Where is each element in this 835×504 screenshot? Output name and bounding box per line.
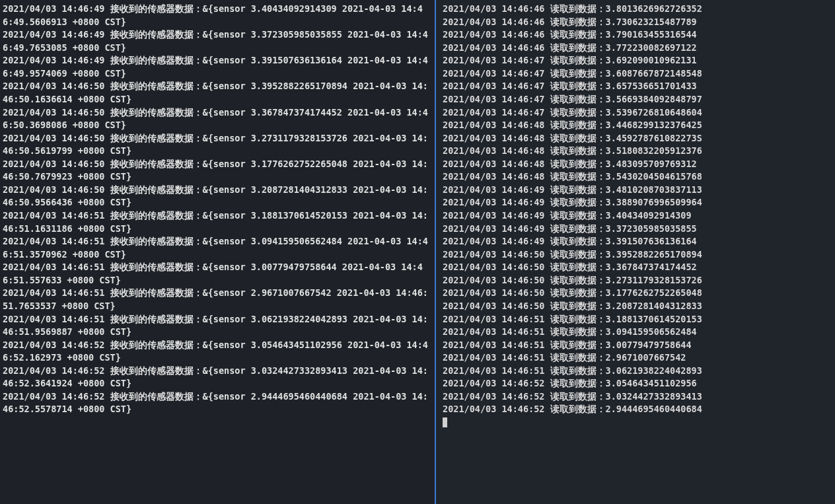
- log-line: 2021/04/03 14:46:48 读取到数据：3.543020450461…: [443, 170, 831, 184]
- log-line: 2021/04/03 14:46:47 读取到数据：3.657536651701…: [443, 80, 831, 93]
- log-line: 2021/04/03 14:46:50 接收到的传感器数据：&{sensor 3…: [3, 158, 431, 184]
- log-line: 2021/04/03 14:46:49 接收到的传感器数据：&{sensor 3…: [3, 54, 431, 80]
- log-line: 2021/04/03 14:46:51 接收到的传感器数据：&{sensor 3…: [3, 209, 431, 235]
- log-line: 2021/04/03 14:46:49 读取到数据：3.481020870383…: [443, 184, 831, 197]
- log-line: 2021/04/03 14:46:52 读取到数据：2.944469546044…: [443, 403, 831, 416]
- log-line: 2021/04/03 14:46:47 读取到数据：3.566938409284…: [443, 93, 831, 106]
- log-line: 2021/04/03 14:46:49 接收到的传感器数据：&{sensor 3…: [3, 28, 431, 54]
- log-line: 2021/04/03 14:46:51 接收到的传感器数据：&{sensor 3…: [3, 235, 431, 261]
- log-line: 2021/04/03 14:46:48 读取到数据：3.446829913237…: [443, 119, 831, 132]
- log-line: 2021/04/03 14:46:47 读取到数据：3.692090010962…: [443, 54, 831, 67]
- log-line: 2021/04/03 14:46:51 接收到的传感器数据：&{sensor 2…: [3, 287, 431, 312]
- log-line: 2021/04/03 14:46:50 读取到数据：3.273117932815…: [443, 274, 831, 287]
- log-line: 2021/04/03 14:46:46 读取到数据：3.772230082697…: [443, 42, 831, 55]
- log-line: 2021/04/03 14:46:49 读取到数据：3.388907699650…: [443, 196, 831, 209]
- log-line: 2021/04/03 14:46:51 读取到数据：2.967100766754…: [443, 351, 831, 365]
- log-line: 2021/04/03 14:46:52 接收到的传感器数据：&{sensor 2…: [3, 390, 431, 416]
- log-line: 2021/04/03 14:46:46 读取到数据：3.730623215487…: [443, 16, 831, 29]
- log-line: 2021/04/03 14:46:46 读取到数据：3.790163455316…: [443, 28, 831, 42]
- log-line: 2021/04/03 14:46:50 读取到数据：3.395288226517…: [443, 248, 831, 262]
- log-line: 2021/04/03 14:46:47 读取到数据：3.539672681064…: [443, 106, 831, 120]
- log-line: 2021/04/03 14:46:50 接收到的传感器数据：&{sensor 3…: [3, 106, 431, 132]
- terminal-pane-left[interactable]: 2021/04/03 14:46:49 接收到的传感器数据：&{sensor 3…: [0, 0, 436, 504]
- log-line: 2021/04/03 14:46:48 读取到数据：3.518083220591…: [443, 145, 831, 158]
- log-line: 2021/04/03 14:46:52 读取到数据：3.054643451102…: [443, 377, 831, 390]
- log-line: 2021/04/03 14:46:51 接收到的传感器数据：&{sensor 3…: [3, 261, 431, 287]
- log-line: 2021/04/03 14:46:50 读取到数据：3.208728140431…: [443, 300, 831, 313]
- log-line: 2021/04/03 14:46:47 读取到数据：3.608766787214…: [443, 67, 831, 81]
- log-line: 2021/04/03 14:46:50 接收到的传感器数据：&{sensor 3…: [3, 184, 431, 209]
- log-line: 2021/04/03 14:46:51 读取到数据：3.094159506562…: [443, 326, 831, 339]
- log-line: 2021/04/03 14:46:52 接收到的传感器数据：&{sensor 3…: [3, 339, 431, 365]
- log-line: 2021/04/03 14:46:51 接收到的传感器数据：&{sensor 3…: [3, 313, 431, 339]
- log-line: 2021/04/03 14:46:51 读取到数据：3.188137061452…: [443, 313, 831, 326]
- log-line: 2021/04/03 14:46:50 读取到数据：3.367847374174…: [443, 261, 831, 274]
- log-line: 2021/04/03 14:46:51 读取到数据：3.007794797586…: [443, 339, 831, 352]
- log-line: 2021/04/03 14:46:49 读取到数据：3.391507636136…: [443, 235, 831, 248]
- log-line: 2021/04/03 14:46:48 读取到数据：3.483095709769…: [443, 158, 831, 171]
- log-line: 2021/04/03 14:46:50 接收到的传感器数据：&{sensor 3…: [3, 132, 431, 158]
- log-line: 2021/04/03 14:46:49 读取到数据：3.372305985035…: [443, 223, 831, 236]
- terminal-cursor: [443, 417, 447, 427]
- terminal-pane-right[interactable]: 2021/04/03 14:46:46 读取到数据：3.801362696272…: [436, 0, 835, 504]
- log-line: 2021/04/03 14:46:50 读取到数据：3.177626275226…: [443, 287, 831, 300]
- log-line: 2021/04/03 14:46:49 接收到的传感器数据：&{sensor 3…: [3, 3, 431, 28]
- log-line: 2021/04/03 14:46:51 读取到数据：3.062193822404…: [443, 365, 831, 378]
- log-line: 2021/04/03 14:46:52 接收到的传感器数据：&{sensor 3…: [3, 365, 431, 390]
- log-line: 2021/04/03 14:46:46 读取到数据：3.801362696272…: [443, 3, 831, 16]
- log-line: 2021/04/03 14:46:49 读取到数据：3.404340929143…: [443, 209, 831, 223]
- log-line: 2021/04/03 14:46:50 接收到的传感器数据：&{sensor 3…: [3, 80, 431, 106]
- log-line: 2021/04/03 14:46:48 读取到数据：3.459278761082…: [443, 132, 831, 145]
- log-line: 2021/04/03 14:46:52 读取到数据：3.032442733289…: [443, 390, 831, 404]
